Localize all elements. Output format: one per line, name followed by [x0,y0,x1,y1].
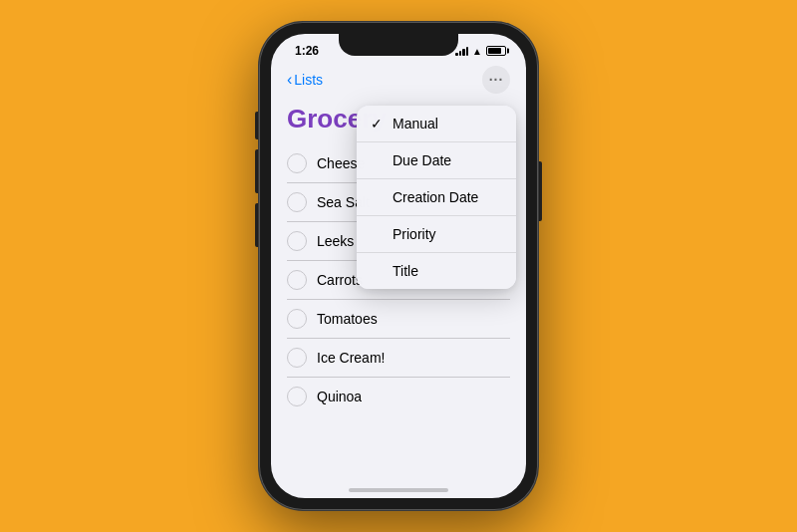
item-label-tomatoes: Tomatoes [317,311,378,327]
sort-option-due-date[interactable]: Due Date [357,142,516,179]
power-button [538,161,542,221]
phone-device: 1:26 ▲ ‹ Lists ··· [259,22,538,510]
checkmark-icon: ✓ [371,116,385,132]
notch [339,34,458,56]
sort-label-manual: Manual [393,116,438,132]
sort-option-manual[interactable]: ✓ Manual [357,106,516,142]
home-indicator [349,488,448,492]
list-item[interactable]: Quinoa [287,378,510,415]
phone-screen: 1:26 ▲ ‹ Lists ··· [271,34,526,498]
checkbox-sea-salt[interactable] [287,192,307,212]
checkbox-tomatoes[interactable] [287,309,307,329]
more-button[interactable]: ··· [482,66,510,94]
battery-fill [488,48,501,54]
back-button[interactable]: ‹ Lists [287,72,323,89]
back-label: Lists [294,72,323,88]
checkbox-cheese[interactable] [287,153,307,173]
list-item[interactable]: Ice Cream! [287,339,510,378]
signal-bar-3 [462,49,465,56]
checkbox-leeks[interactable] [287,231,307,251]
wifi-icon: ▲ [472,46,482,57]
item-label-leeks: Leeks [317,233,354,249]
sort-option-creation-date[interactable]: Creation Date [357,179,516,216]
signal-bar-4 [466,47,469,56]
checkbox-carrots[interactable] [287,270,307,290]
signal-bar-1 [455,53,458,56]
signal-bar-2 [459,51,462,56]
status-icons: ▲ [455,46,506,57]
sort-label-due-date: Due Date [393,152,451,168]
sort-label-title: Title [393,263,418,279]
list-item[interactable]: Tomatoes [287,300,510,339]
nav-bar: ‹ Lists ··· [271,62,526,100]
sort-label-priority: Priority [393,226,436,242]
sort-dropdown: ✓ Manual Due Date Creation Date Priority… [357,106,516,289]
item-label-quinoa: Quinoa [317,389,362,404]
checkbox-quinoa[interactable] [287,387,307,406]
checkbox-ice-cream[interactable] [287,348,307,368]
sort-option-priority[interactable]: Priority [357,216,516,253]
sort-label-creation-date: Creation Date [393,189,478,205]
sort-option-title[interactable]: Title [357,253,516,289]
item-label-ice-cream: Ice Cream! [317,350,385,366]
signal-icon [455,46,468,56]
back-chevron-icon: ‹ [287,71,292,89]
more-icon: ··· [489,72,504,88]
status-time: 1:26 [295,44,319,58]
battery-icon [486,46,506,56]
